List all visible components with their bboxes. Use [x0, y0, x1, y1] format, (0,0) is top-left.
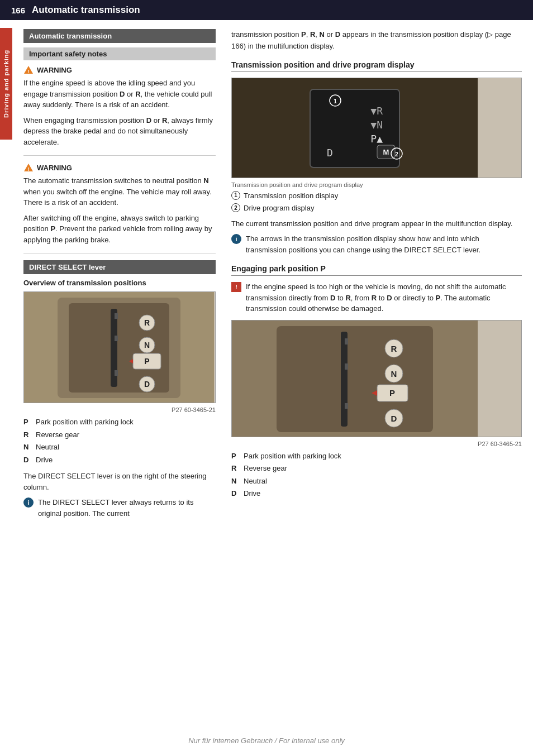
position-item-D: D Drive [23, 454, 216, 466]
page-title: Automatic transmission [32, 4, 140, 16]
trans-display-caption: Transmission position and drive program … [231, 181, 522, 188]
trans-display-image: ▼R ▼N P▲ D M 1 2 [231, 78, 522, 178]
info-box-left: i The DIRECT SELECT lever always returns… [23, 497, 216, 519]
svg-marker-40 [345, 363, 348, 370]
circle-num-1: 1 [231, 191, 240, 200]
svg-rect-33 [277, 326, 433, 432]
svg-marker-13 [115, 336, 118, 341]
svg-marker-10 [115, 313, 118, 319]
left-column: Automatic transmission Important safety … [12, 20, 225, 531]
circle-num-2: 2 [231, 203, 240, 212]
divider-2 [23, 253, 216, 253]
info-text-right: The arrows in the transmission position … [246, 233, 522, 255]
gear-selector-image-left: R N P D [23, 291, 216, 403]
subsection-header-safety: Important safety notes [23, 47, 216, 60]
svg-text:M: M [383, 148, 389, 156]
position-item-R2: R Reverse gear [231, 463, 522, 474]
gear-selector-image-right: R N P D [231, 320, 522, 437]
position-item-D2: D Drive [231, 488, 522, 499]
section-header-direct-select: DIRECT SELECT lever [23, 260, 216, 274]
svg-text:1: 1 [334, 98, 337, 104]
svg-marker-37 [345, 338, 348, 344]
svg-text:!: ! [28, 69, 30, 74]
warning-box-1: ! WARNING If the engine speed is above t… [23, 65, 216, 147]
position-item-R: R Reverse gear [23, 429, 216, 441]
warning-box-2: ! WARNING The automatic transmission swi… [23, 162, 216, 245]
info-box-right: i The arrows in the transmission positio… [231, 233, 522, 255]
svg-marker-44 [345, 403, 348, 409]
caution-box: ! If the engine speed is too high or the… [231, 281, 522, 314]
display-desc: The current transmission position and dr… [231, 218, 522, 229]
warning-triangle-icon-2: ! [23, 162, 34, 173]
svg-text:!: ! [28, 166, 30, 172]
section-header-auto-transmission: Automatic transmission [23, 29, 216, 43]
direct-select-info-text: The DIRECT SELECT lever is on the right … [23, 471, 216, 492]
info-text-left: The DIRECT SELECT lever always returns t… [38, 497, 216, 519]
warning-text-2b: After switching off the engine, always s… [23, 213, 216, 246]
continuation-text: transmission position P, R, N or D appea… [231, 29, 522, 52]
position-item-P: P Park position with parking lock [23, 417, 216, 428]
svg-text:▼R: ▼R [370, 105, 383, 117]
caution-text: If the engine speed is too high or the v… [246, 281, 522, 314]
svg-marker-17 [115, 370, 118, 376]
svg-text:N: N [144, 341, 150, 350]
warning-text-1a: If the engine speed is above the idling … [23, 78, 216, 111]
info-icon-left: i [23, 497, 34, 508]
position-item-N: N Neutral [23, 442, 216, 453]
page-footer: Nur für internen Gebrauch / For internal… [0, 736, 533, 745]
warning-title-2: ! WARNING [23, 162, 216, 173]
warning-text-2a: The automatic transmission switches to n… [23, 175, 216, 208]
numbered-item-2: 2 Drive program display [231, 203, 522, 214]
warning-title-1: ! WARNING [23, 65, 216, 75]
svg-text:P: P [144, 357, 149, 366]
divider-1 [23, 155, 216, 156]
warning-text-1b: When engaging transmission position D or… [23, 115, 216, 148]
section-heading-park-pos: Engaging park position P [231, 264, 522, 276]
sidebar-label: Driving and parking [0, 28, 12, 140]
svg-text:D: D [391, 413, 397, 423]
section-heading-trans-display: Transmission position and drive program … [231, 60, 522, 72]
image-caption-right: P27 60-3465-21 [231, 441, 522, 447]
svg-text:2: 2 [395, 151, 398, 157]
svg-text:▼N: ▼N [370, 119, 383, 131]
image-caption-left: P27 60-3465-21 [23, 406, 216, 413]
position-item-N2: N Neutral [231, 476, 522, 487]
right-column: transmission position P, R, N or D appea… [225, 20, 533, 531]
warning-triangle-icon-1: ! [23, 65, 34, 75]
svg-text:P: P [389, 388, 395, 398]
svg-text:D: D [327, 147, 333, 159]
svg-text:R: R [144, 318, 150, 327]
svg-text:N: N [391, 369, 397, 378]
position-item-P2: P Park position with parking lock [231, 451, 522, 462]
page-header: 166 Automatic transmission [0, 0, 533, 20]
svg-text:P▲: P▲ [370, 133, 383, 145]
svg-text:D: D [144, 380, 150, 389]
info-icon-right: i [231, 234, 241, 244]
main-content: Automatic transmission Important safety … [12, 20, 533, 531]
numbered-item-1: 1 Transmission position display [231, 190, 522, 202]
svg-rect-34 [341, 332, 348, 427]
page-number: 166 [11, 6, 25, 15]
overview-heading: Overview of transmission positions [23, 279, 216, 287]
caution-icon: ! [231, 282, 241, 292]
svg-text:R: R [391, 343, 397, 353]
